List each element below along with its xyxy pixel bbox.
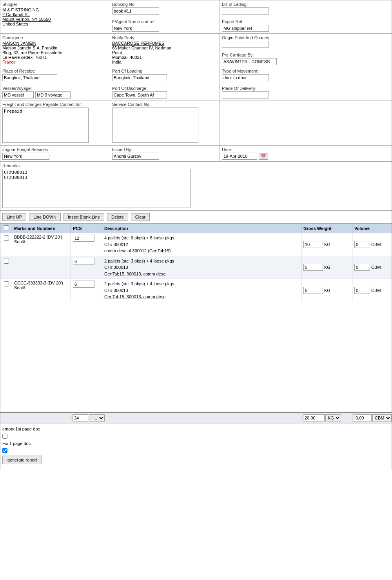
origin-label: Origin Point And Country: — [222, 35, 390, 40]
shipper-name1: M & F STRINGING — [2, 7, 108, 12]
total-gross-unit-select[interactable]: KG — [325, 414, 341, 421]
select-all-checkbox[interactable] — [4, 225, 9, 230]
consignee-text: MAISON JAMEIN Maison Jamein S.A, Frankli… — [2, 41, 108, 64]
row2-gross-unit: KG — [324, 265, 330, 270]
notify-text: BACCAROSE PERFUMES 66 Maker Chanber IV, … — [112, 41, 218, 64]
table-row: CCCC-333333-3 (DV 20') Seal#: 2 pallets … — [0, 279, 392, 302]
origin-input[interactable] — [222, 41, 269, 48]
col-description: Description — [102, 224, 301, 232]
row3-marks: CCCC-333333-3 (DV 20') Seal#: — [12, 279, 71, 302]
remarks-textarea[interactable]: CT#300012 CT#300013 — [2, 169, 191, 208]
export-input[interactable] — [222, 25, 269, 32]
shipper-name3: Mount Vernon, NY 10550 — [2, 17, 108, 22]
insert-blank-button[interactable]: Insert Blank Line — [64, 213, 104, 221]
table-row: BBBB-222222-2 (DV 20') Seal#: 4 pallets … — [0, 233, 392, 256]
service-textarea[interactable] — [112, 108, 198, 143]
bill-input[interactable] — [222, 7, 269, 15]
vessel-label: Vessel/Voyage: — [2, 86, 108, 91]
row1-volume[interactable] — [354, 241, 370, 248]
pre-carriage-input[interactable] — [222, 58, 277, 65]
remarks-label: Remarks: — [2, 163, 390, 168]
jaguar-input[interactable] — [2, 153, 49, 160]
date-label: Date: — [222, 147, 390, 152]
generate-report-button[interactable]: generate report — [2, 456, 42, 464]
row3-gross-weight[interactable] — [303, 287, 323, 294]
total-gross-input[interactable] — [303, 414, 325, 421]
shipper-name4: United States — [2, 22, 108, 26]
notify-line3: Point — [112, 50, 218, 55]
booking-no-input[interactable] — [112, 7, 159, 15]
empty-page-checkbox[interactable] — [2, 434, 7, 439]
issued-label: Issued By: — [112, 147, 218, 152]
empty-rows — [0, 302, 392, 412]
row1-desc: 4 pallets (stc: 6 pkgs) + 8 loose pkgs C… — [102, 233, 301, 256]
col-volume: Volume — [352, 224, 392, 232]
consignee-line5: France — [2, 60, 108, 64]
shipper-text: M & F STRINGING 2 Cortlandt St. Mount Ve… — [2, 7, 108, 26]
row3-volume[interactable] — [354, 287, 370, 294]
pre-carriage-label: Pre Carriage By: — [222, 53, 390, 57]
issued-input[interactable] — [112, 153, 159, 160]
booking-no-label: Booking No — [112, 2, 218, 7]
loading-input[interactable] — [112, 74, 167, 81]
notify-line2: 66 Maker Chanber IV, Nariman — [112, 46, 218, 50]
consignee-label: Consignee : — [2, 35, 108, 40]
jaguar-label: Jaguar Freight Services: — [2, 147, 108, 152]
col-pcs: PCS — [71, 224, 102, 232]
fix-page-checkbox[interactable] — [2, 448, 7, 453]
row1-gross-unit: KG — [324, 242, 330, 247]
row2-pcs[interactable] — [73, 258, 94, 265]
consignee-line4: Le Havre cedex, 76071 — [2, 55, 108, 60]
clear-button[interactable]: Clear — [131, 213, 150, 221]
total-pcs-input[interactable] — [73, 414, 88, 421]
row1-gross-weight[interactable] — [303, 241, 323, 248]
row1-pcs[interactable] — [73, 235, 94, 242]
fagent-label: F/Agent Name and ref — [112, 19, 218, 24]
notify-line5: India — [112, 60, 218, 64]
line-up-button[interactable]: Line UP — [2, 213, 26, 221]
freight-label: Freight and Charges Payable Contact for: — [2, 102, 108, 107]
col-gross-weight: Gross Weight — [301, 224, 352, 232]
row1-volume-unit: CBM — [371, 242, 381, 247]
row2-gross-weight[interactable] — [303, 264, 323, 271]
discharge-label: Port Of Discharge: — [112, 86, 218, 91]
notify-line1: BACCAROSE PERFUMES — [112, 41, 218, 46]
total-volume-unit-select[interactable]: CBM — [372, 414, 392, 421]
date-input[interactable] — [222, 153, 257, 160]
row2-desc: 2 pallets (stc: 3 pkgs) + 4 loose pkgs C… — [102, 256, 301, 279]
consignee-line2: Maison Jamein S.A, Franklin — [2, 46, 108, 50]
loading-label: Port Of Loading: — [112, 69, 218, 73]
total-volume-input[interactable] — [354, 414, 372, 421]
row1-marks: BBBB-222222-2 (DV 20') Seal#: — [12, 233, 71, 256]
service-label: Service Contact No.: — [112, 102, 218, 107]
row2-volume-unit: CBM — [371, 265, 381, 270]
row2-volume[interactable] — [354, 264, 370, 271]
row2-checkbox[interactable] — [4, 259, 9, 264]
movement-input[interactable] — [222, 74, 269, 81]
shipper-label: Shipper — [2, 2, 108, 7]
fagent-input[interactable] — [112, 25, 159, 32]
delete-button[interactable]: Delete — [107, 213, 128, 221]
line-down-button[interactable]: Line DOWN — [29, 213, 61, 221]
row1-checkbox[interactable] — [4, 235, 9, 241]
voyage-input[interactable] — [35, 91, 71, 98]
col-marks: Marks and Numbers — [12, 224, 71, 232]
delivery-input[interactable] — [222, 91, 269, 98]
row3-pcs[interactable] — [73, 281, 94, 288]
notify-line4: Mumbai, 40021 — [112, 55, 218, 60]
discharge-input[interactable] — [112, 91, 167, 98]
row3-desc: 2 pallets (stc: 3 pkgs) + 4 loose pkgs C… — [102, 279, 301, 302]
consignee-line1: MAISON JAMEIN — [2, 41, 108, 46]
freight-textarea[interactable]: Prepaid — [2, 108, 89, 143]
vessel-input[interactable] — [2, 91, 34, 98]
row3-gross-unit: KG — [324, 288, 330, 293]
fix-page-label: Fix 1 page doc — [2, 441, 31, 446]
receipt-input[interactable] — [2, 74, 57, 81]
row3-checkbox[interactable] — [4, 281, 9, 286]
row2-marks — [12, 256, 71, 279]
calendar-icon[interactable]: 📅 — [259, 153, 268, 160]
shipper-name2: 2 Cortlandt St. — [2, 12, 108, 17]
bill-label: Bill of Lading: — [222, 2, 390, 7]
receipt-label: Place of Receipt: — [2, 69, 108, 73]
table-row: 2 pallets (stc: 3 pkgs) + 4 loose pkgs C… — [0, 256, 392, 279]
